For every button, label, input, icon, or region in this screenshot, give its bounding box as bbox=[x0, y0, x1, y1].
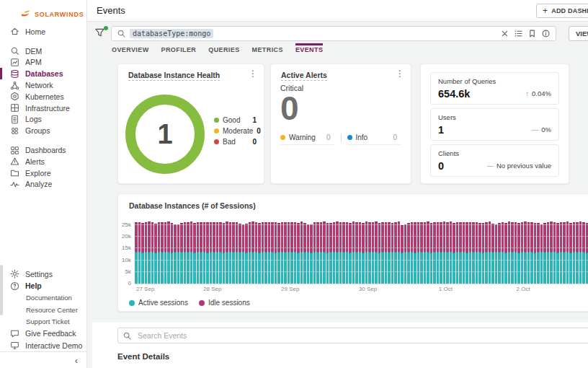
chart-bar[interactable] bbox=[514, 222, 517, 284]
chart-bar[interactable] bbox=[352, 222, 355, 284]
chart-bar[interactable] bbox=[145, 222, 148, 284]
chart-bar[interactable] bbox=[566, 222, 569, 284]
chart-bar[interactable] bbox=[206, 222, 209, 284]
chart-bar[interactable] bbox=[249, 222, 251, 284]
chart-bar[interactable] bbox=[504, 223, 507, 284]
chart-bar[interactable] bbox=[138, 222, 141, 284]
chart-bar[interactable] bbox=[388, 222, 391, 284]
chart-bar[interactable] bbox=[417, 222, 420, 284]
filter-tag[interactable]: databaseType:mongo bbox=[130, 29, 213, 38]
chart-bar[interactable] bbox=[576, 222, 579, 284]
chart-bar[interactable] bbox=[547, 222, 550, 284]
sidebar-subitem-support-ticket[interactable]: Support Ticket bbox=[0, 316, 86, 328]
chart-bar[interactable] bbox=[219, 222, 222, 284]
sidebar-item-infrastructure[interactable]: Infrastructure bbox=[0, 102, 86, 114]
chart-bar[interactable] bbox=[245, 224, 248, 284]
chart-bar[interactable] bbox=[398, 222, 401, 284]
chart-bar[interactable] bbox=[226, 222, 228, 284]
chart-bar[interactable] bbox=[495, 224, 498, 284]
chart-bar[interactable] bbox=[524, 222, 527, 284]
chart-bar[interactable] bbox=[154, 224, 157, 284]
chart-bar[interactable] bbox=[268, 222, 271, 284]
chart-bar[interactable] bbox=[414, 222, 416, 284]
chart-bar[interactable] bbox=[167, 222, 170, 284]
info-icon[interactable] bbox=[542, 30, 550, 38]
chart-bar[interactable] bbox=[277, 223, 280, 284]
chart-bar[interactable] bbox=[281, 222, 284, 284]
sidebar-item-explore[interactable]: Explore bbox=[0, 167, 86, 179]
bookmark-icon[interactable] bbox=[528, 30, 536, 38]
chart-bar[interactable] bbox=[258, 223, 261, 284]
chart-bar[interactable] bbox=[223, 223, 226, 284]
search-events-input[interactable] bbox=[117, 328, 588, 343]
chart-bar[interactable] bbox=[200, 222, 202, 284]
sidebar-item-settings[interactable]: Settings bbox=[0, 268, 86, 281]
chart-bar[interactable] bbox=[284, 222, 287, 284]
chart-bar[interactable] bbox=[148, 222, 151, 284]
sidebar-item-groups[interactable]: Groups bbox=[0, 125, 86, 136]
sidebar-subitem-documentation[interactable]: Documentation bbox=[0, 292, 86, 305]
sidebar-item-logs[interactable]: Logs bbox=[0, 114, 86, 126]
chart-bar[interactable] bbox=[187, 222, 190, 284]
chart-bar[interactable] bbox=[491, 224, 494, 284]
chart-bar[interactable] bbox=[329, 223, 332, 284]
kebab-menu-icon[interactable]: ⋮ bbox=[249, 69, 257, 78]
chart-bar[interactable] bbox=[450, 222, 453, 284]
chart-bar[interactable] bbox=[359, 222, 362, 284]
chart-bar[interactable] bbox=[443, 222, 446, 284]
chart-bar[interactable] bbox=[527, 222, 530, 284]
chart-bar[interactable] bbox=[582, 222, 585, 284]
chart-bar[interactable] bbox=[543, 223, 546, 284]
clear-icon[interactable] bbox=[501, 30, 509, 38]
chart-bar[interactable] bbox=[407, 223, 410, 284]
chart-bar[interactable] bbox=[381, 222, 384, 284]
chart-bar[interactable] bbox=[469, 222, 472, 284]
chart-bar[interactable] bbox=[573, 222, 576, 284]
chart-bar[interactable] bbox=[466, 222, 468, 284]
chart-bar[interactable] bbox=[264, 222, 267, 284]
chart-bar[interactable] bbox=[550, 222, 553, 284]
chart-bar[interactable] bbox=[556, 223, 559, 284]
chart-bar[interactable] bbox=[229, 222, 232, 284]
tab-profiler[interactable]: PROFILER bbox=[161, 43, 197, 53]
chart-bar[interactable] bbox=[391, 223, 394, 284]
solarwinds-logo[interactable]: SOLARWINDS bbox=[0, 0, 86, 22]
chart-bar[interactable] bbox=[333, 222, 336, 284]
chart-bar[interactable] bbox=[427, 222, 429, 284]
chart-bar[interactable] bbox=[164, 222, 167, 284]
add-dashboard-button[interactable]: + ADD DASHBOARD bbox=[536, 4, 588, 18]
chart-bar[interactable] bbox=[135, 222, 138, 284]
kebab-menu-icon[interactable]: ⋮ bbox=[396, 69, 404, 78]
chart-bar[interactable] bbox=[569, 223, 572, 284]
sidebar-item-apm[interactable]: APM bbox=[0, 57, 86, 69]
health-donut-chart[interactable]: 1 bbox=[124, 93, 206, 175]
sidebar-item-kubernetes[interactable]: Kubernetes bbox=[0, 91, 86, 102]
chart-bar[interactable] bbox=[511, 222, 514, 284]
chart-bar[interactable] bbox=[502, 222, 504, 284]
chart-bar[interactable] bbox=[586, 223, 588, 284]
chart-bar[interactable] bbox=[530, 222, 533, 284]
list-icon[interactable] bbox=[514, 30, 522, 38]
chart-bar[interactable] bbox=[294, 222, 297, 284]
chart-bar[interactable] bbox=[271, 222, 274, 284]
tab-overview[interactable]: OVERVIEW bbox=[112, 43, 149, 53]
chart-bar[interactable] bbox=[362, 223, 365, 284]
chart-bar[interactable] bbox=[411, 222, 414, 284]
chart-bar[interactable] bbox=[180, 223, 183, 284]
chart-bar[interactable] bbox=[171, 223, 174, 284]
view-button[interactable]: VIEW bbox=[569, 26, 588, 41]
chart-bar[interactable] bbox=[508, 222, 511, 284]
tab-queries[interactable]: QUERIES bbox=[208, 43, 239, 53]
legend-idle-sessions[interactable]: Idle sessions bbox=[199, 299, 250, 307]
chart-bar[interactable] bbox=[404, 224, 407, 284]
chart-bar[interactable] bbox=[563, 222, 566, 284]
chart-bar[interactable] bbox=[307, 224, 310, 284]
chart-bar[interactable] bbox=[478, 223, 481, 284]
tab-metrics[interactable]: METRICS bbox=[252, 43, 283, 53]
chart-bar[interactable] bbox=[355, 222, 358, 284]
sidebar-item-dem[interactable]: DEM bbox=[0, 45, 86, 57]
chart-bar[interactable] bbox=[437, 222, 440, 284]
chart-bar[interactable] bbox=[476, 222, 478, 284]
chart-bar[interactable] bbox=[517, 223, 520, 284]
chart-bar[interactable] bbox=[349, 223, 352, 284]
